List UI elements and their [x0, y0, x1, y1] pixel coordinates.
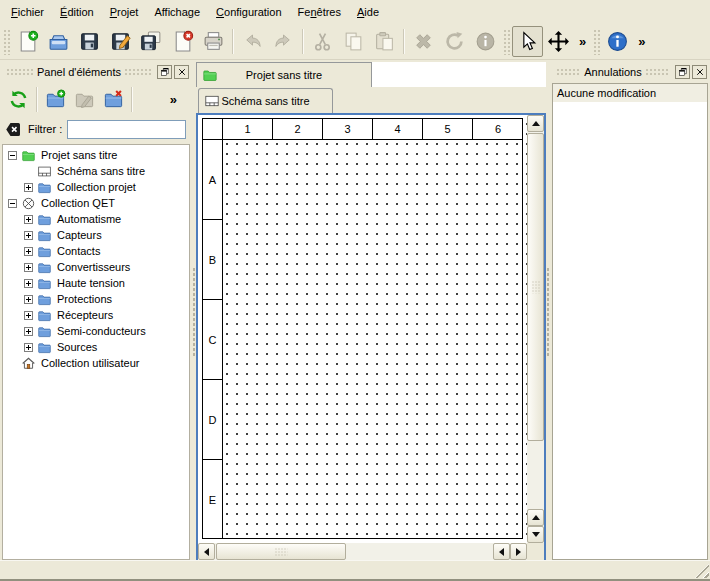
tree-item-automatisme[interactable]: Automatisme [3, 211, 189, 227]
toolbar-drag-handle[interactable] [503, 29, 510, 55]
float-panel-button[interactable] [157, 65, 172, 79]
elements-panel-title: Panel d'éléments [37, 66, 121, 78]
folder-icon [37, 212, 52, 227]
dock-grip[interactable] [6, 68, 34, 76]
tree-item-sources[interactable]: Sources [3, 339, 189, 355]
tree-item-label: Automatisme [57, 213, 121, 225]
tree-item-haute-tension[interactable]: Haute tension [3, 275, 189, 291]
tree-item-capteurs[interactable]: Capteurs [3, 227, 189, 243]
status-bar [0, 560, 710, 579]
menu-item-fenetres[interactable]: Fenêtres [290, 2, 349, 22]
scroll-up-button[interactable] [527, 115, 544, 132]
pan-mode-button[interactable] [543, 26, 574, 57]
collapse-icon[interactable] [8, 199, 17, 208]
arrow-left-icon [204, 548, 209, 556]
save-as-button[interactable] [105, 26, 136, 57]
tree-item-semi-conducteurs[interactable]: Semi-conducteurs [3, 323, 189, 339]
menu-item-affichage[interactable]: Affichage [146, 2, 208, 22]
tree-item-contacts[interactable]: Contacts [3, 243, 189, 259]
tree-item-collection-projet[interactable]: Collection projet [3, 179, 189, 195]
menu-item-projet[interactable]: Projet [102, 2, 147, 22]
dock-grip[interactable] [124, 68, 152, 76]
about-qet-button[interactable] [602, 26, 633, 57]
expand-icon[interactable] [24, 343, 33, 352]
main-area: Panel d'éléments » Filtrer : Projet sans… [0, 60, 710, 562]
right-splitter[interactable] [546, 62, 550, 562]
tree-item-label: Collection projet [57, 181, 136, 193]
tree-item-collection-qet[interactable]: Collection QET [3, 195, 189, 211]
folder-icon [37, 292, 52, 307]
schema-icon [204, 93, 220, 109]
help-overflow-button[interactable]: » [633, 34, 650, 49]
expand-icon[interactable] [24, 231, 33, 240]
main-toolbar: » » [0, 24, 710, 60]
expand-icon[interactable] [24, 327, 33, 336]
delete-category-button[interactable] [99, 85, 128, 114]
row-header-A: A [203, 140, 222, 220]
horizontal-scroll-thumb[interactable] [216, 543, 346, 560]
save-all-button[interactable] [136, 26, 167, 57]
new-category-button[interactable] [41, 85, 70, 114]
open-project-button[interactable] [43, 26, 74, 57]
row-headers: ABCDE [203, 140, 223, 538]
tab-schema[interactable]: Schéma sans titre [198, 88, 333, 113]
scroll-down-button[interactable] [527, 526, 544, 543]
scroll-up-button-2[interactable] [527, 509, 544, 526]
scroll-right-button[interactable] [510, 543, 527, 560]
dock-grip[interactable] [645, 68, 670, 76]
diagram-canvas[interactable]: 123456 ABCDE [198, 115, 527, 543]
expand-icon[interactable] [24, 215, 33, 224]
tree-item-protections[interactable]: Protections [3, 291, 189, 307]
print-button[interactable] [198, 26, 229, 57]
close-file-button[interactable] [167, 26, 198, 57]
expand-icon[interactable] [24, 311, 33, 320]
tree-item-projet-sans-titre[interactable]: Projet sans titre [3, 147, 189, 163]
refresh-icon [8, 89, 29, 110]
expand-icon[interactable] [24, 295, 33, 304]
clear-filter-button[interactable] [4, 120, 23, 139]
toolbar-drag-handle[interactable] [3, 29, 10, 55]
reload-collections-button[interactable] [4, 85, 33, 114]
save-button[interactable] [74, 26, 105, 57]
category-buttons [4, 85, 136, 114]
new-project-button[interactable] [12, 26, 43, 57]
horizontal-scrollbar[interactable] [198, 543, 527, 560]
toolbar-drag-handle[interactable] [593, 29, 600, 55]
undo-list-item[interactable]: Aucune modification [553, 84, 707, 102]
tree-item-label: Projet sans titre [41, 149, 117, 161]
scroll-left-button[interactable] [198, 543, 215, 560]
dock-grip[interactable] [556, 68, 581, 76]
mode-overflow-button[interactable]: » [574, 34, 591, 49]
vertical-scrollbar[interactable] [527, 115, 544, 543]
selection-mode-button[interactable] [512, 26, 543, 57]
expand-icon[interactable] [24, 183, 33, 192]
collapse-icon[interactable] [8, 151, 17, 160]
close-icon [177, 67, 187, 77]
close-icon [695, 67, 705, 77]
close-panel-button[interactable] [174, 65, 189, 79]
expand-icon[interactable] [24, 247, 33, 256]
folder-new-icon [45, 89, 66, 110]
resize-grip[interactable] [695, 564, 709, 578]
expand-icon[interactable] [24, 263, 33, 272]
expand-icon[interactable] [24, 279, 33, 288]
float-panel-button[interactable] [675, 65, 690, 79]
filter-input[interactable] [67, 120, 186, 139]
folder-icon [37, 340, 52, 355]
tree-item-convertisseurs[interactable]: Convertisseurs [3, 259, 189, 275]
close-panel-button[interactable] [692, 65, 707, 79]
menu-item-aide[interactable]: Aide [349, 2, 387, 22]
scroll-left-button-2[interactable] [493, 543, 510, 560]
tab-project[interactable]: Projet sans titre [196, 62, 372, 87]
menu-item-edition[interactable]: Édition [52, 2, 102, 22]
tree-item-sch-ma-sans-titre[interactable]: Schéma sans titre [3, 163, 189, 179]
folder-icon [37, 260, 52, 275]
menu-item-fichier[interactable]: Fichier [3, 2, 52, 22]
schema-view: 123456 ABCDE [196, 113, 546, 562]
tree-item-collection-utilisateur[interactable]: Collection utilisateur [3, 355, 189, 371]
category-toolbar-overflow[interactable]: » [165, 92, 182, 107]
tree-item-r-cepteurs[interactable]: Récepteurs [3, 307, 189, 323]
vertical-scroll-thumb[interactable] [527, 133, 544, 441]
file-toolbar-group [12, 26, 501, 57]
menu-item-configuration[interactable]: Configuration [208, 2, 289, 22]
